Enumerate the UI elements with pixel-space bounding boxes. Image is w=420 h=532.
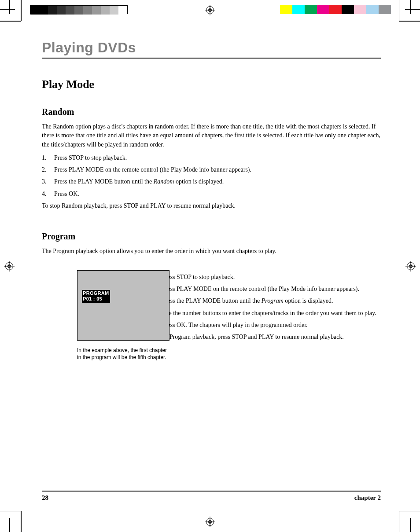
registration-mark-icon (5, 262, 13, 270)
list-item: 4.Use the number buttons to enter the ch… (150, 309, 381, 318)
list-item: 4.Press OK. (42, 190, 381, 198)
list-item: 2.Press PLAY MODE on the remote control … (42, 165, 381, 174)
program-outro: To stop Program playback, press STOP and… (150, 333, 381, 341)
list-item: 2.Press PLAY MODE on the remote control … (150, 285, 381, 294)
list-item: 5.Press OK. The chapters will play in th… (150, 321, 381, 330)
page-content: Playing DVDs Play Mode Random The Random… (42, 40, 381, 361)
random-outro: To stop Random playback, press STOP and … (42, 202, 381, 210)
list-item: 3.Press the PLAY MODE button until the P… (150, 297, 381, 305)
list-item: 3.Press the PLAY MODE button until the R… (42, 177, 381, 186)
color-swatch-bar (280, 5, 391, 14)
list-item: 1.Press STOP to stop playback. (150, 273, 381, 282)
program-steps: 1.Press STOP to stop playback. 2.Press P… (150, 273, 381, 330)
random-heading: Random (42, 107, 381, 117)
program-osd-label: PROGRAM P01 : 05 (82, 290, 110, 303)
random-steps: 1.Press STOP to stop playback. 2.Press P… (42, 154, 381, 198)
registration-mark-icon (206, 518, 214, 526)
registration-mark-icon (206, 6, 214, 14)
registration-mark-icon (407, 262, 415, 270)
page-footer: 28 chapter 2 (42, 491, 381, 502)
chapter-label: chapter 2 (354, 494, 381, 502)
grayscale-swatch-bar (30, 5, 128, 14)
section-title: Play Mode (42, 78, 381, 91)
page-number: 28 (42, 494, 48, 502)
random-intro: The Random option plays a disc's chapter… (42, 122, 381, 149)
program-intro: The Program playback option allows you t… (42, 247, 381, 256)
program-heading: Program (42, 231, 381, 242)
chapter-heading: Playing DVDs (42, 40, 381, 56)
program-screenshot: PROGRAM P01 : 05 (77, 270, 169, 341)
heading-rule (42, 58, 381, 59)
list-item: 1.Press STOP to stop playback. (42, 154, 381, 162)
footer-rule (42, 491, 381, 492)
